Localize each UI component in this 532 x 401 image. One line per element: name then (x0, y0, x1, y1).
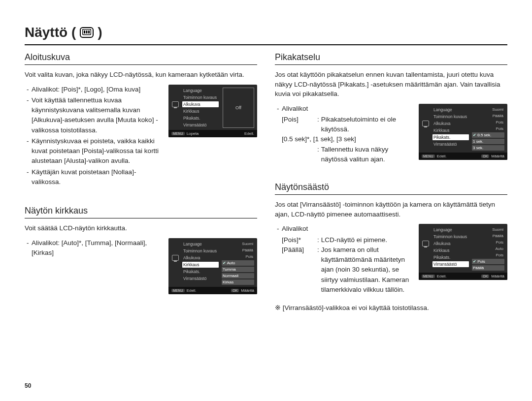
section-saasto: Näytönsäästö Jos otat [Virransäästö] -to… (275, 182, 507, 311)
intro-saasto: Jos otat [Virransäästö] -toiminnon käytt… (275, 200, 507, 219)
lcd-menu-item: Virransäästö (182, 122, 219, 128)
section-aloituskuva: Aloituskuva Voit valita kuvan, joka näky… (25, 52, 257, 188)
lcd-value: Suomi (472, 107, 504, 112)
lcd-value: Suomi (472, 227, 504, 232)
lcd-option: Normaali (222, 273, 254, 278)
list-item: Alivalikot: [Pois]*, [Logo], [Oma kuva] (27, 85, 161, 94)
intro-pikakatselu: Jos otat käyttöön pikakatselun ennen kuv… (275, 70, 507, 99)
def-sep: : (315, 115, 321, 135)
list-item: Alivalikot: [Auto]*, [Tumma], [Normaali]… (27, 238, 161, 258)
section-pikakatselu: Pikakatselu Jos otat käyttöön pikakatsel… (275, 52, 507, 164)
lcd-value: Suomi (222, 241, 254, 247)
def-key: [Päällä] (282, 245, 315, 295)
lcd-option-selected: Auto (222, 260, 254, 266)
list-item: Käynnistyskuvaa ei poisteta, vaikka kaik… (27, 136, 161, 166)
lcd-softkey: Edell. (244, 131, 254, 136)
def-val: Jos kamera on ollut käyttämättömänä määr… (321, 245, 411, 295)
lcd-option: 1 sek. (472, 139, 504, 144)
lcd-menu-item: Language (432, 227, 469, 233)
lcd-menu-item: Kirkkaus (432, 247, 469, 253)
lcd-menu-item: Toiminnon kuvaus (432, 114, 469, 120)
heading-pikakatselu: Pikakatselu (275, 52, 507, 65)
list-item: Käyttäjän kuvat poistetaan [Nollaa]-vali… (27, 167, 161, 187)
page-number: 50 (25, 382, 31, 389)
lcd-value: Pois (222, 254, 254, 259)
lcd-menu-item: Kirkkaus (182, 108, 219, 114)
def-sep: : (315, 235, 321, 245)
def-key (282, 145, 315, 165)
camera-lcd-saasto: Language Toiminnon kuvaus Alkukuva Kirkk… (419, 224, 507, 280)
lcd-menu-item: Language (182, 241, 219, 247)
menu-pill-icon: MENU (171, 289, 185, 292)
monitor-icon (422, 241, 429, 247)
lcd-menu-item: Toiminnon kuvaus (432, 234, 469, 240)
svg-rect-1 (84, 31, 85, 33)
def-val: LCD-näyttö ei pimene. (321, 235, 411, 245)
lcd-menu-item-selected: Alkukuva (182, 101, 219, 107)
lcd-menu-item: Alkukuva (432, 241, 469, 247)
lcd-menu-item: Language (182, 88, 219, 93)
def-key: [Pois] (282, 115, 315, 135)
ok-pill-icon: OK (231, 289, 239, 292)
def-val: Pikakatselutoiminto ei ole käytössä. (321, 115, 411, 135)
def-sep: : (315, 245, 321, 295)
list-item: Alivalikot (277, 224, 411, 234)
ok-pill-icon: OK (481, 154, 489, 158)
lcd-value: Pois (472, 252, 504, 258)
lcd-menu-item: Kirkkaus (432, 127, 469, 133)
lcd-value: Päällä (472, 113, 504, 119)
lcd-menu-item: Virransäästö (432, 141, 469, 147)
heading-aloituskuva: Aloituskuva (25, 52, 257, 65)
camera-lcd-kirkkaus: Language Toiminnon kuvaus Alkukuva Kirkk… (168, 238, 257, 294)
lcd-value: Pois (472, 126, 504, 131)
lcd-value: Pois (472, 240, 504, 245)
section-kirkkaus: Näytön kirkkaus Voit säätää LCD-näytön k… (25, 206, 257, 294)
lcd-menu-item: Pikakats. (182, 269, 219, 275)
menu-pill-icon: MENU (422, 154, 435, 158)
lcd-menu-item: Language (432, 107, 469, 113)
camera-lcd-pikakatselu: Language Toiminnon kuvaus Alkukuva Kirkk… (419, 104, 507, 160)
def-val: Tallennettu kuva näkyy näytössä valitun … (321, 145, 411, 165)
lcd-option: Tumma (222, 267, 254, 272)
lcd-menu-item: Pikakats. (182, 115, 219, 121)
svg-rect-2 (86, 31, 88, 33)
intro-kirkkaus: Voit säätää LCD-näytön kirkkautta. (25, 223, 257, 233)
menu-pill-icon: MENU (422, 275, 435, 278)
lcd-softkey: Edell. (187, 288, 197, 293)
lcd-value: Päällä (472, 233, 504, 239)
lcd-softkey: Määritä (241, 288, 254, 293)
svg-rect-3 (88, 31, 90, 33)
heading-saasto: Näytönsäästö (275, 182, 507, 195)
ok-pill-icon: OK (481, 275, 489, 278)
page-title: Näyttö ( ) (25, 25, 507, 45)
lcd-option: 3 sek. (472, 145, 504, 151)
lcd-option-selected: 0.5 sek. (472, 132, 504, 138)
menu-pill-icon: MENU (171, 132, 185, 135)
camera-lcd-aloituskuva: Language Toiminnon kuvaus Alkukuva Kirkk… (168, 85, 257, 137)
list-item: Alivalikot (277, 104, 411, 114)
lcd-softkey: Lopeta (187, 131, 199, 136)
display-icon (80, 27, 94, 38)
list-item: Voit käyttää tallennettua kuvaa käynnist… (27, 95, 161, 135)
heading-kirkkaus: Näytön kirkkaus (25, 206, 257, 218)
lcd-value: Auto (472, 246, 504, 251)
footnote-saasto: ※ [Virransäästö]-valikkoa ei voi käyttää… (275, 304, 507, 311)
page-title-close: ) (98, 25, 102, 40)
lcd-option: Päällä (472, 265, 504, 271)
lcd-option-selected: Pois (472, 259, 504, 264)
lcd-preview-panel: Off (223, 88, 254, 128)
lcd-softkey: Määritä (491, 154, 504, 158)
lcd-menu-item: Alkukuva (182, 255, 219, 261)
lcd-softkey: Määritä (491, 274, 504, 278)
lcd-softkey: Edell. (437, 154, 447, 158)
page-title-text: Näyttö ( (25, 25, 76, 40)
lcd-menu-item: Toiminnon kuvaus (182, 94, 219, 100)
lcd-menu-item-selected: Pikakats. (432, 134, 469, 140)
monitor-icon (172, 101, 179, 107)
monitor-icon (422, 121, 429, 126)
lcd-menu-item: Toiminnon kuvaus (182, 248, 219, 254)
lcd-menu-item: Virransäästö (182, 276, 219, 281)
def-sep: : (315, 145, 321, 165)
lcd-menu-item-selected: Virransäästö (432, 261, 469, 267)
monitor-icon (172, 255, 179, 261)
